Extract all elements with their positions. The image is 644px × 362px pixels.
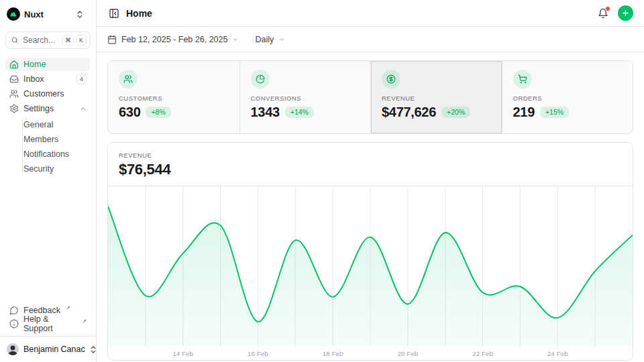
add-button[interactable] [618, 5, 633, 21]
circle-dollar-icon [382, 70, 400, 88]
date-range-label: Feb 12, 2025 - Feb 26, 2025 [121, 35, 227, 44]
chevron-up-down-icon [90, 345, 97, 354]
period-label: Daily [255, 35, 274, 44]
search-shortcut: ⌘K [62, 35, 87, 46]
svg-text:22 Feb: 22 Feb [472, 350, 493, 357]
chevron-down-icon [232, 36, 239, 43]
period-select[interactable]: Daily [255, 35, 285, 44]
nuxt-logo-icon [7, 7, 20, 21]
user-name: Benjamin Canac [23, 345, 85, 354]
inbox-icon [9, 74, 19, 84]
sidebar-user-section: Benjamin Canac [0, 336, 96, 362]
external-link-icon: ↗ [66, 304, 70, 311]
revenue-area-chart[interactable]: 14 Feb16 Feb18 Feb20 Feb22 Feb24 Feb [108, 186, 633, 360]
users-icon [119, 70, 138, 88]
sidebar-item-security[interactable]: Security [5, 162, 91, 176]
sidebar-spacer [5, 176, 91, 304]
stat-card-conversions[interactable]: CONVERSIONS 1343 +14% [239, 61, 371, 133]
avatar [7, 343, 19, 355]
calendar-icon [107, 35, 117, 44]
sidebar-item-label: Customers [23, 89, 64, 99]
stat-value: 1343 [251, 105, 280, 120]
kbd-k: K [76, 35, 87, 46]
search-placeholder: Search... [23, 36, 58, 45]
stat-value: 219 [513, 105, 535, 120]
chart-metric-label: REVENUE [119, 152, 622, 159]
sidebar-item-home[interactable]: Home [5, 58, 91, 71]
sidebar-item-help-support[interactable]: Help & Support ↗ [5, 317, 91, 330]
sidebar-item-general[interactable]: General [5, 118, 91, 131]
stat-card-customers[interactable]: CUSTOMERS 630 +8% [108, 61, 239, 133]
plus-icon [621, 9, 630, 17]
pie-chart-icon [251, 70, 270, 88]
gear-icon [9, 104, 19, 113]
topbar: Home [97, 0, 644, 27]
message-bubble-icon [9, 306, 19, 315]
sidebar-item-notifications[interactable]: Notifications [5, 147, 91, 161]
chart-metric-value: $76,544 [119, 161, 622, 178]
sidebar-main: Nuxt Search... ⌘K Home [0, 0, 96, 336]
sidebar-item-label: Feedback [23, 306, 60, 315]
info-circle-icon [9, 319, 19, 328]
home-icon [9, 60, 19, 69]
search-input[interactable]: Search... ⌘K [5, 32, 91, 49]
svg-text:18 Feb: 18 Feb [323, 350, 343, 357]
notifications-button[interactable] [596, 7, 610, 20]
sidebar-item-settings[interactable]: Settings [5, 102, 91, 115]
sidebar-item-label: Settings [23, 104, 54, 113]
sidebar: Nuxt Search... ⌘K Home [0, 0, 97, 362]
sidebar-item-members[interactable]: Members [5, 133, 91, 146]
page-title: Home [126, 8, 152, 19]
team-name: Nuxt [24, 9, 72, 19]
svg-text:20 Feb: 20 Feb [397, 350, 418, 357]
kbd-cmd: ⌘ [62, 35, 74, 46]
svg-text:16 Feb: 16 Feb [248, 350, 268, 357]
sidebar-item-label: Help & Support [23, 314, 76, 333]
revenue-chart-card: REVENUE $76,544 14 Feb16 Feb18 Feb20 Feb… [107, 142, 633, 361]
svg-text:24 Feb: 24 Feb [547, 350, 568, 357]
stat-label: ORDERS [513, 95, 623, 102]
stat-delta-badge: +14% [285, 107, 314, 118]
content: CUSTOMERS 630 +8% CONVERSIONS 1343 +14% [97, 52, 644, 362]
stats-panel: CUSTOMERS 630 +8% CONVERSIONS 1343 +14% [107, 60, 633, 134]
stat-delta-badge: +8% [146, 107, 170, 118]
chart-plot-area[interactable]: 14 Feb16 Feb18 Feb20 Feb22 Feb24 Feb [108, 186, 633, 360]
search-icon [11, 36, 19, 44]
sidebar-item-label: Inbox [23, 74, 44, 84]
user-menu[interactable]: Benjamin Canac [5, 341, 91, 357]
sidebar-toggle-button[interactable] [107, 7, 121, 20]
main-area: Home Feb 12, 2025 - Feb 26, 2025 [97, 0, 644, 362]
svg-text:14 Feb: 14 Feb [172, 350, 193, 357]
chevron-up-icon [80, 105, 87, 112]
stat-label: CONVERSIONS [251, 95, 360, 102]
stat-label: CUSTOMERS [119, 95, 229, 102]
settings-subnav: General Members Notifications Security [5, 118, 91, 176]
app-window: Nuxt Search... ⌘K Home [0, 0, 644, 362]
stat-card-revenue[interactable]: REVENUE $477,626 +20% [370, 61, 502, 133]
stat-delta-badge: +15% [540, 107, 569, 118]
sidebar-item-customers[interactable]: Customers [5, 87, 91, 101]
date-range-picker[interactable]: Feb 12, 2025 - Feb 26, 2025 [107, 35, 239, 44]
chart-header: REVENUE $76,544 [108, 143, 633, 186]
chevron-up-down-icon [76, 10, 83, 19]
sidebar-item-label: Home [23, 60, 46, 69]
shopping-cart-icon [513, 70, 532, 88]
filters-toolbar: Feb 12, 2025 - Feb 26, 2025 Daily [97, 27, 644, 52]
stat-label: REVENUE [382, 95, 491, 102]
notification-dot [605, 6, 610, 11]
chevron-down-icon [278, 36, 285, 43]
stat-value: $477,626 [382, 105, 436, 120]
topbar-actions [596, 5, 633, 21]
external-link-icon: ↗ [82, 318, 87, 324]
inbox-count-badge: 4 [76, 74, 87, 85]
panel-left-close-icon [109, 8, 119, 19]
stat-delta-badge: +20% [441, 107, 470, 118]
sidebar-nav: Home Inbox 4 Customers [5, 58, 91, 176]
team-selector[interactable]: Nuxt [5, 5, 91, 23]
users-icon [9, 89, 19, 99]
stat-card-orders[interactable]: ORDERS 219 +15% [502, 61, 633, 133]
sidebar-item-inbox[interactable]: Inbox 4 [5, 72, 91, 86]
stat-value: 630 [119, 105, 140, 120]
